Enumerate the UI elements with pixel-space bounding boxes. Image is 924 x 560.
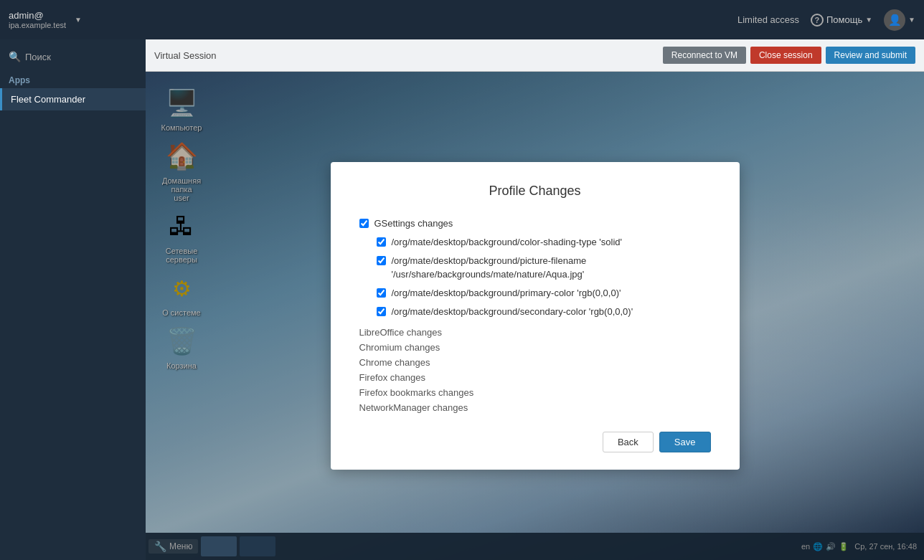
gsettings-item3-checkbox[interactable] (377, 288, 386, 298)
gsettings-item2-text: /org/mate/desktop/background/picture-fil… (392, 255, 711, 280)
gsettings-section: GSettings changes /org/mate/desktop/back… (359, 216, 711, 320)
gsettings-item4-text: /org/mate/desktop/background/secondary-c… (392, 305, 633, 318)
fleet-commander-label: Fleet Commander (11, 94, 85, 105)
review-submit-button[interactable]: Review and submit (826, 47, 915, 64)
close-session-button[interactable]: Close session (750, 47, 821, 64)
username-label: admin@ (9, 10, 66, 21)
gsettings-item4-checkbox[interactable] (377, 307, 386, 316)
reconnect-button[interactable]: Reconnect to VM (663, 47, 746, 64)
sidebar-item-fleet-commander[interactable]: Fleet Commander (0, 88, 146, 110)
session-bar: Virtual Session Reconnect to VM Close se… (146, 39, 924, 72)
firefox-bookmarks-label: Firefox bookmarks changes (359, 386, 711, 399)
modal-footer: Back Save (359, 432, 711, 452)
avatar-button[interactable]: 👤 ▼ (884, 9, 915, 31)
gsettings-item-2: /org/mate/desktop/background/picture-fil… (359, 253, 711, 282)
session-title: Virtual Session (154, 50, 216, 61)
chromium-label: Chromium changes (359, 341, 711, 354)
help-button[interactable]: ? Помощь ▼ (811, 14, 872, 27)
gsettings-checkbox[interactable] (359, 219, 369, 228)
gsettings-label: GSettings changes (374, 217, 453, 230)
back-button[interactable]: Back (603, 432, 654, 452)
avatar: 👤 (884, 9, 905, 31)
virtual-desktop: 🖥️ Компьютер 🏠 Домашняя папкаuser 🖧 Сете… (146, 72, 924, 560)
networkmanager-label: NetworkManager changes (359, 401, 711, 414)
modal-body: GSettings changes /org/mate/desktop/back… (359, 216, 711, 414)
topbar: admin@ ipa.example.test ▼ Limited access… (0, 0, 924, 39)
avatar-chevron-icon: ▼ (908, 16, 915, 24)
topbar-right: Limited access ? Помощь ▼ 👤 ▼ (737, 9, 915, 31)
user-menu[interactable]: admin@ ipa.example.test (9, 10, 66, 29)
content-area: Virtual Session Reconnect to VM Close se… (146, 39, 924, 560)
help-icon: ? (811, 14, 824, 27)
search-label: Поиск (25, 52, 51, 62)
main-layout: 🔍 Поиск Apps Fleet Commander Virtual Ses… (0, 39, 924, 560)
avatar-icon: 👤 (888, 14, 902, 27)
help-label: Помощь (826, 14, 862, 25)
modal-title: Profile Changes (359, 184, 711, 199)
domain-label: ipa.example.test (9, 21, 66, 29)
help-chevron-icon: ▼ (865, 16, 872, 24)
gsettings-item1-checkbox[interactable] (377, 237, 386, 247)
session-buttons: Reconnect to VM Close session Review and… (663, 47, 915, 64)
firefox-label: Firefox changes (359, 371, 711, 384)
gsettings-item-4: /org/mate/desktop/background/secondary-c… (359, 304, 711, 320)
gsettings-item2-checkbox[interactable] (377, 256, 386, 265)
gsettings-item-3: /org/mate/desktop/background/primary-col… (359, 285, 711, 301)
user-chevron-icon[interactable]: ▼ (75, 16, 82, 24)
profile-changes-modal: Profile Changes GSettings changes /org/m… (331, 162, 740, 470)
gsettings-item-1: /org/mate/desktop/background/color-shadi… (359, 234, 711, 250)
apps-section-label: Apps (0, 68, 146, 88)
limited-access-label: Limited access (737, 14, 799, 25)
gsettings-item1-text: /org/mate/desktop/background/color-shadi… (392, 236, 622, 249)
chrome-label: Chrome changes (359, 356, 711, 369)
modal-overlay: Profile Changes GSettings changes /org/m… (146, 72, 924, 560)
gsettings-item3-text: /org/mate/desktop/background/primary-col… (392, 287, 621, 300)
gsettings-header-item: GSettings changes (359, 216, 711, 232)
libreoffice-label: LibreOffice changes (359, 326, 711, 339)
sidebar: 🔍 Поиск Apps Fleet Commander (0, 39, 146, 560)
search-icon: 🔍 (9, 51, 21, 62)
search-bar[interactable]: 🔍 Поиск (0, 45, 146, 68)
topbar-left: admin@ ipa.example.test ▼ (9, 10, 82, 29)
save-button[interactable]: Save (659, 432, 711, 452)
